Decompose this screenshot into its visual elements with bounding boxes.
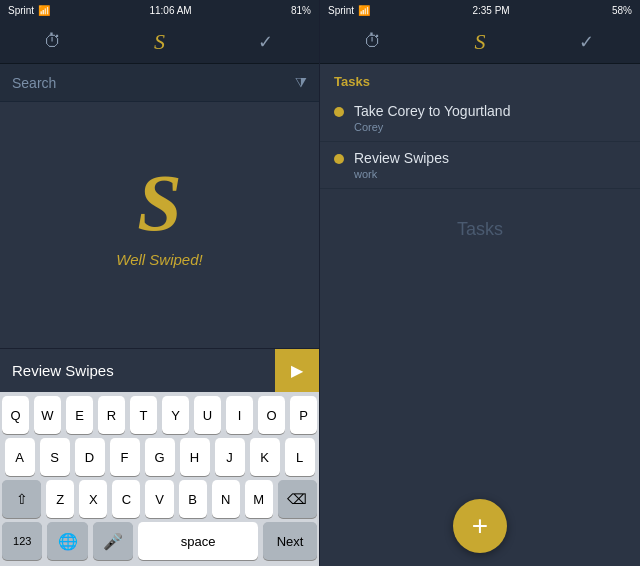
- left-time: 11:06 AM: [149, 5, 191, 16]
- left-tab-bar: ⏱ S ✓: [0, 20, 319, 64]
- task-list: Take Corey to Yogurtland Corey Review Sw…: [320, 95, 640, 189]
- key-m[interactable]: M: [245, 480, 273, 518]
- right-tab-clock[interactable]: ⏱: [343, 31, 403, 52]
- right-status-left: Sprint 📶: [328, 5, 370, 16]
- keyboard-row-3: ⇧ Z X C V B N M ⌫: [0, 476, 319, 518]
- key-s[interactable]: S: [40, 438, 70, 476]
- right-status-right: 58%: [612, 5, 632, 16]
- keyboard-row-1: Q W E R T Y U I O P: [0, 392, 319, 434]
- task-content-2: Review Swipes work: [354, 150, 449, 180]
- task-item-1: Take Corey to Yogurtland Corey: [320, 95, 640, 142]
- globe-key[interactable]: 🌐: [47, 522, 87, 560]
- key-x[interactable]: X: [79, 480, 107, 518]
- logo-letter: S: [137, 163, 182, 243]
- key-h[interactable]: H: [180, 438, 210, 476]
- left-tab-check[interactable]: ✓: [236, 31, 296, 53]
- add-task-button[interactable]: +: [453, 499, 507, 553]
- task-dot-2: [334, 154, 344, 164]
- logo-area: S Well Swiped!: [0, 102, 319, 348]
- left-status-left: Sprint 📶: [8, 5, 50, 16]
- tasks-empty-label: Tasks: [457, 219, 503, 240]
- play-icon: ▶: [291, 361, 303, 380]
- key-o[interactable]: O: [258, 396, 285, 434]
- num-key[interactable]: 123: [2, 522, 42, 560]
- task-title-1: Take Corey to Yogurtland: [354, 103, 510, 119]
- tasks-empty-area: Tasks: [320, 189, 640, 486]
- task-title-2: Review Swipes: [354, 150, 449, 166]
- left-tab-clock[interactable]: ⏱: [23, 31, 83, 52]
- task-subtitle-2: work: [354, 168, 449, 180]
- key-k[interactable]: K: [250, 438, 280, 476]
- key-p[interactable]: P: [290, 396, 317, 434]
- right-status-bar: Sprint 📶 2:35 PM 58%: [320, 0, 640, 20]
- shift-key[interactable]: ⇧: [2, 480, 41, 518]
- task-dot-1: [334, 107, 344, 117]
- keyboard: Q W E R T Y U I O P A S D F G H J K L ⇧ …: [0, 392, 319, 566]
- plus-icon: +: [472, 512, 488, 540]
- left-battery: 81%: [291, 5, 311, 16]
- key-a[interactable]: A: [5, 438, 35, 476]
- task-input-area: ▶: [0, 348, 319, 392]
- right-tab-check[interactable]: ✓: [557, 31, 617, 53]
- right-tab-swipe[interactable]: S: [450, 29, 510, 55]
- fab-area: +: [320, 486, 640, 566]
- left-status-bar: Sprint 📶 11:06 AM 81%: [0, 0, 319, 20]
- well-swiped-label: Well Swiped!: [116, 251, 202, 268]
- filter-icon[interactable]: ⧩: [295, 74, 307, 91]
- tasks-header: Tasks: [320, 64, 640, 95]
- key-t[interactable]: T: [130, 396, 157, 434]
- key-r[interactable]: R: [98, 396, 125, 434]
- key-f[interactable]: F: [110, 438, 140, 476]
- right-tab-bar: ⏱ S ✓: [320, 20, 640, 64]
- key-u[interactable]: U: [194, 396, 221, 434]
- right-wifi-icon: 📶: [358, 5, 370, 16]
- key-n[interactable]: N: [212, 480, 240, 518]
- play-button[interactable]: ▶: [275, 349, 319, 393]
- search-bar: Search ⧩: [0, 64, 319, 102]
- key-w[interactable]: W: [34, 396, 61, 434]
- mic-key[interactable]: 🎤: [93, 522, 133, 560]
- next-key[interactable]: Next: [263, 522, 317, 560]
- key-z[interactable]: Z: [46, 480, 74, 518]
- task-content-1: Take Corey to Yogurtland Corey: [354, 103, 510, 133]
- search-placeholder: Search: [12, 75, 295, 91]
- key-q[interactable]: Q: [2, 396, 29, 434]
- key-y[interactable]: Y: [162, 396, 189, 434]
- key-i[interactable]: I: [226, 396, 253, 434]
- task-item-2: Review Swipes work: [320, 142, 640, 189]
- keyboard-row-4: 123 🌐 🎤 space Next: [0, 518, 319, 566]
- key-v[interactable]: V: [145, 480, 173, 518]
- key-b[interactable]: B: [179, 480, 207, 518]
- task-input[interactable]: [0, 349, 275, 392]
- key-j[interactable]: J: [215, 438, 245, 476]
- left-wifi-icon: 📶: [38, 5, 50, 16]
- right-carrier: Sprint: [328, 5, 354, 16]
- left-panel: Sprint 📶 11:06 AM 81% ⏱ S ✓ Search ⧩ S W…: [0, 0, 320, 566]
- key-l[interactable]: L: [285, 438, 315, 476]
- key-e[interactable]: E: [66, 396, 93, 434]
- keyboard-row-2: A S D F G H J K L: [0, 434, 319, 476]
- right-battery: 58%: [612, 5, 632, 16]
- left-status-right: 81%: [291, 5, 311, 16]
- key-d[interactable]: D: [75, 438, 105, 476]
- space-key[interactable]: space: [138, 522, 258, 560]
- right-time: 2:35 PM: [472, 5, 509, 16]
- delete-key[interactable]: ⌫: [278, 480, 317, 518]
- left-carrier: Sprint: [8, 5, 34, 16]
- key-c[interactable]: C: [112, 480, 140, 518]
- task-subtitle-1: Corey: [354, 121, 510, 133]
- left-tab-swipe[interactable]: S: [129, 29, 189, 55]
- right-panel: Sprint 📶 2:35 PM 58% ⏱ S ✓ Tasks Take Co…: [320, 0, 640, 566]
- key-g[interactable]: G: [145, 438, 175, 476]
